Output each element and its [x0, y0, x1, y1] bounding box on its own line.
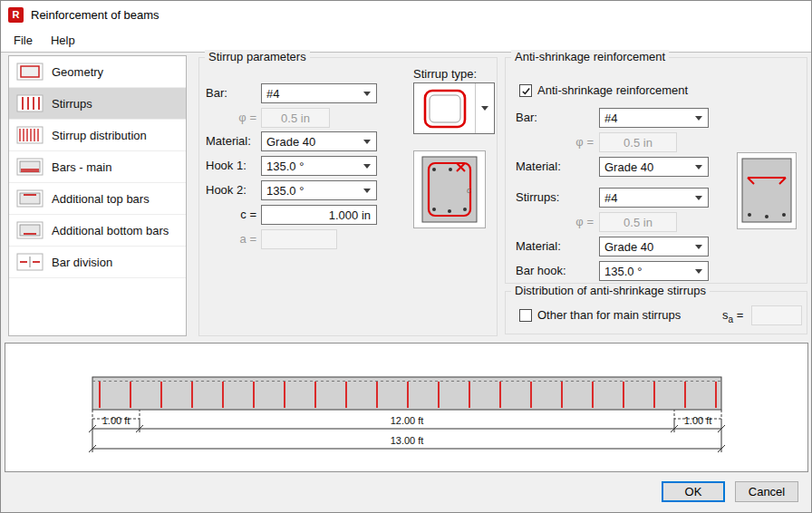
- sidebar-item-label: Stirrup distribution: [52, 129, 147, 142]
- bar-select-value: #4: [262, 87, 360, 101]
- c-label: c =: [182, 205, 256, 225]
- chevron-down-icon: [363, 164, 371, 169]
- phi-display: 0.5 in: [261, 108, 330, 128]
- stirrup-lines: [100, 382, 716, 408]
- stirrup-type-label: Stirrup type:: [413, 64, 477, 84]
- sidebar-item-stirrup-distribution[interactable]: Stirrup distribution: [9, 120, 186, 151]
- chevron-down-icon: [481, 106, 488, 111]
- c-input[interactable]: 1.000 in: [261, 205, 377, 225]
- sidebar-item-additional-bottom-bars[interactable]: Additional bottom bars: [9, 215, 186, 247]
- stirrup-section-drawing: c: [414, 151, 485, 227]
- stirrup-distribution-icon: [16, 126, 44, 144]
- material-select-value: Grade 40: [262, 135, 360, 149]
- as-bar-hook-select[interactable]: 135.0 °: [599, 261, 709, 281]
- as-bar-select[interactable]: #4: [599, 108, 709, 128]
- bar-division-icon: [16, 253, 44, 271]
- chevron-down-icon: [695, 116, 702, 121]
- dim-left-label: 1.00 ft: [102, 415, 130, 426]
- cancel-button[interactable]: Cancel: [735, 481, 798, 502]
- chevron-down-icon: [695, 269, 702, 274]
- as-phi2-label: φ =: [545, 212, 594, 232]
- as-material1-select-value: Grade 40: [600, 160, 691, 174]
- other-than-main-stirrups-checkbox[interactable]: [519, 309, 532, 322]
- hook1-select-value: 135.0 °: [262, 160, 360, 173]
- sidebar-item-bars-main[interactable]: Bars - main: [9, 151, 186, 183]
- as-bar-hook-select-value: 135.0 °: [600, 265, 691, 278]
- dim-total-label: 13.00 ft: [391, 435, 424, 446]
- bar-select[interactable]: #4: [261, 83, 377, 103]
- app-icon-letter: R: [13, 9, 20, 20]
- sidebar-item-label: Bar division: [52, 256, 112, 269]
- as-bar-label: Bar:: [516, 108, 537, 128]
- dim-right-label: 1.00 ft: [684, 415, 712, 426]
- as-material2-select-value: Grade 40: [600, 240, 691, 254]
- a-input: [261, 229, 337, 249]
- sidebar-item-label: Stirrups: [52, 97, 92, 111]
- cover-annotation: c: [467, 186, 471, 195]
- material-select[interactable]: Grade 40: [261, 131, 377, 151]
- sidebar-item-label: Bars - main: [52, 160, 111, 174]
- check-icon: [521, 86, 531, 96]
- ok-button[interactable]: OK: [662, 481, 725, 502]
- chevron-down-icon: [695, 245, 702, 249]
- sidebar-item-bar-division[interactable]: Bar division: [9, 247, 186, 278]
- hook2-label: Hook 2:: [206, 180, 246, 200]
- as-material1-select[interactable]: Grade 40: [599, 157, 709, 177]
- hook2-select-value: 135.0 °: [262, 184, 360, 198]
- phi-label: φ =: [182, 108, 256, 128]
- anti-shrinkage-checkbox[interactable]: [519, 84, 532, 97]
- sa-label: sa =: [722, 305, 743, 325]
- additional-bottom-bars-icon: [16, 221, 44, 239]
- as-bar-hook-label: Bar hook:: [516, 261, 566, 281]
- sidebar-item-label: Additional bottom bars: [52, 224, 169, 237]
- sidebar: Geometry Stirrups Stirrup distri: [8, 55, 187, 336]
- anti-shrinkage-section-drawing: [738, 153, 796, 228]
- beam-elevation-drawing: 1.00 ft 12.00 ft 1.00 ft 13.00 ft: [5, 344, 807, 471]
- menubar: File Help: [1, 28, 811, 53]
- a-label: a =: [182, 229, 256, 249]
- stirrup-type-dropdown-button[interactable]: [475, 83, 494, 133]
- chevron-down-icon: [363, 140, 371, 144]
- stirrup-type-select[interactable]: [413, 82, 495, 134]
- titlebar: R Reinforcement of beams: [1, 1, 811, 28]
- as-stirrups-select[interactable]: #4: [599, 188, 709, 208]
- stirrups-icon: [16, 94, 44, 112]
- sidebar-item-additional-top-bars[interactable]: Additional top bars: [9, 183, 186, 215]
- chevron-down-icon: [363, 92, 371, 96]
- as-bar-select-value: #4: [600, 111, 691, 125]
- bars-main-icon: [16, 158, 44, 176]
- as-phi2-display: 0.5 in: [599, 212, 677, 232]
- chevron-down-icon: [695, 196, 702, 200]
- stirrup-shape-icon: [420, 87, 470, 131]
- as-phi1-display: 0.5 in: [599, 132, 677, 152]
- dim-middle-label: 12.00 ft: [391, 415, 424, 426]
- stirrup-section-preview: c: [413, 150, 486, 228]
- menu-help[interactable]: Help: [42, 28, 84, 52]
- sa-input: [751, 305, 802, 325]
- as-material1-label: Material:: [516, 157, 561, 177]
- reinforcement-of-beams-dialog: R Reinforcement of beams File Help Geome…: [0, 0, 812, 513]
- other-than-main-stirrups-label: Other than for main stirrups: [537, 305, 681, 325]
- chevron-down-icon: [695, 165, 702, 169]
- robot-app-icon: R: [8, 7, 24, 23]
- stirrup-type-image: [414, 83, 475, 133]
- as-material2-select[interactable]: Grade 40: [599, 237, 709, 256]
- beam-elevation-panel: 1.00 ft 12.00 ft 1.00 ft 13.00 ft: [5, 343, 808, 472]
- as-stirrups-label: Stirrups:: [516, 188, 559, 208]
- additional-top-bars-icon: [16, 189, 44, 208]
- group-title: Anti-shrinkage reinforcement: [511, 50, 669, 63]
- chevron-down-icon: [363, 189, 371, 193]
- hook2-select[interactable]: 135.0 °: [261, 180, 377, 200]
- hook1-select[interactable]: 135.0 °: [261, 156, 377, 176]
- menu-file[interactable]: File: [5, 28, 42, 52]
- as-stirrups-select-value: #4: [600, 191, 691, 205]
- geometry-icon: [16, 63, 44, 81]
- bar-label: Bar:: [206, 83, 227, 103]
- sidebar-item-geometry[interactable]: Geometry: [9, 56, 186, 88]
- as-material2-label: Material:: [516, 237, 561, 256]
- hook1-label: Hook 1:: [206, 156, 246, 176]
- as-phi1-label: φ =: [545, 132, 594, 152]
- group-title: Distribution of anti-shrinkage stirrups: [511, 284, 710, 297]
- sidebar-item-stirrups[interactable]: Stirrups: [9, 88, 186, 120]
- sidebar-item-label: Geometry: [52, 65, 103, 79]
